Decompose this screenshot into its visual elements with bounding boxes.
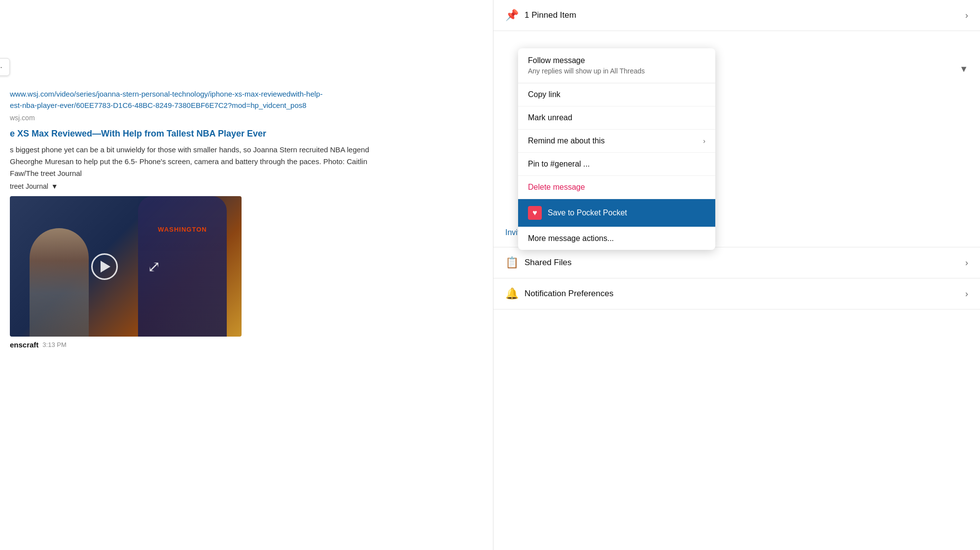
copy-link-item[interactable]: Copy link — [518, 83, 715, 106]
article-body: s biggest phone yet can be a bit unwield… — [10, 144, 380, 179]
pocket-icon: ♥ — [528, 206, 542, 220]
save-to-pocket-item[interactable]: ♥ Save to Pocket Pocket — [518, 199, 715, 227]
delete-message-item[interactable]: Delete message — [518, 176, 715, 199]
pinned-item-row[interactable]: 📌 1 Pinned Item › — [493, 0, 980, 31]
context-menu: Follow message Any replies will show up … — [518, 48, 715, 250]
sidebar-dropdown-arrow[interactable]: ▼ — [959, 64, 968, 74]
shared-files-left: 📋 Shared Files — [505, 256, 571, 269]
remind-me-item[interactable]: Remind me about this › — [518, 130, 715, 153]
follow-message-item[interactable]: Follow message Any replies will show up … — [518, 48, 715, 83]
notification-bell-icon: 🔔 — [505, 287, 519, 300]
follow-message-subtitle: Any replies will show up in All Threads — [528, 67, 705, 75]
message-timestamp: 3:13 PM — [42, 341, 66, 348]
message-actions-bar: 😊 🔍 ➡ ☆ ··· — [0, 58, 10, 76]
notification-prefs-chevron-right-icon: › — [965, 289, 968, 299]
shared-files-icon: 📋 — [505, 256, 519, 269]
main-content: 😊 🔍 ➡ ☆ ··· www.wsj.com/video/series/joa… — [0, 0, 493, 550]
external-link-icon[interactable]: ⤢ — [147, 257, 161, 276]
pinned-left: 📌 1 Pinned Item — [505, 9, 576, 22]
play-button[interactable] — [91, 253, 118, 280]
right-sidebar: 📌 1 Pinned Item › ▼ Follow message Any r… — [493, 0, 980, 550]
mark-unread-label: Mark unread — [528, 113, 572, 122]
article-title[interactable]: e XS Max Reviewed—With Help from Tallest… — [10, 128, 493, 140]
pinned-label: 1 Pinned Item — [525, 10, 576, 20]
copy-link-label: Copy link — [528, 90, 560, 99]
remind-me-chevron-icon: › — [703, 137, 705, 145]
domain-text: wsj.com — [10, 114, 493, 122]
follow-message-title: Follow message — [528, 56, 705, 65]
shared-files-chevron-right-icon: › — [965, 258, 968, 268]
more-message-actions-label: More message actions... — [528, 234, 614, 243]
save-to-pocket-label: Save to Pocket Pocket — [548, 208, 627, 217]
shared-files-label: Shared Files — [525, 258, 571, 268]
video-overlay: ⤢ — [10, 196, 242, 337]
shared-files-row[interactable]: 📋 Shared Files › — [493, 247, 980, 278]
play-triangle-icon — [101, 261, 110, 273]
username[interactable]: enscraft — [10, 341, 38, 349]
notification-prefs-label: Notification Preferences — [525, 289, 613, 299]
article-source: treet Journal ▼ — [10, 182, 493, 190]
pin-to-general-label: Pin to #general ... — [528, 160, 590, 169]
notification-preferences-row[interactable]: 🔔 Notification Preferences › — [493, 278, 980, 309]
delete-message-label: Delete message — [528, 183, 585, 192]
pinned-chevron-right-icon: › — [965, 10, 968, 21]
url-text[interactable]: www.wsj.com/video/series/joanna-stern-pe… — [10, 89, 493, 111]
more-message-actions-item[interactable]: More message actions... — [518, 227, 715, 250]
pin-icon: 📌 — [505, 9, 519, 22]
timestamp-row: enscraft 3:13 PM — [10, 341, 493, 349]
mark-unread-item[interactable]: Mark unread — [518, 106, 715, 130]
remind-me-label: Remind me about this — [528, 137, 605, 145]
more-actions-button[interactable]: ··· — [0, 61, 5, 73]
save-to-pocket-inner: ♥ Save to Pocket Pocket — [528, 206, 705, 220]
video-thumbnail[interactable]: WASHINGTON ⤢ — [10, 196, 242, 337]
pin-to-general-item[interactable]: Pin to #general ... — [518, 153, 715, 176]
notification-prefs-left: 🔔 Notification Preferences — [505, 287, 613, 300]
pocket-heart-icon: ♥ — [532, 208, 537, 217]
source-dropdown-arrow[interactable]: ▼ — [51, 182, 58, 190]
